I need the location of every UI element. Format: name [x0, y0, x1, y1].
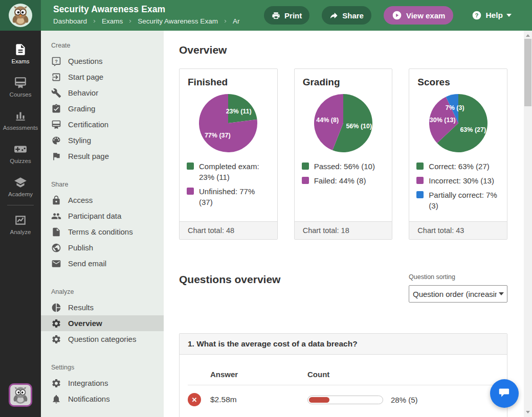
- sidebar-item-label: Notifications: [68, 395, 110, 403]
- sidebar-item-access[interactable]: Access: [41, 192, 164, 208]
- sidebar-item-behavior[interactable]: Behavior: [41, 85, 164, 101]
- sidebar-item-results[interactable]: Results: [41, 299, 164, 315]
- help-icon: ?: [472, 10, 482, 20]
- question-sorting-select[interactable]: Question order (increasing): [409, 285, 507, 303]
- legend-swatch: [416, 163, 424, 170]
- chart-total: Chart total: 48: [180, 221, 277, 239]
- sidebar-item-label: Behavior: [68, 88, 98, 97]
- legend-item: Partially correct: 7% (3): [416, 190, 500, 211]
- main-content: Overview Finished23% (11)77% (37)Complet…: [164, 31, 524, 417]
- svg-text:?: ?: [55, 58, 58, 63]
- sidebar-item-question-categories[interactable]: Question categories: [41, 331, 164, 347]
- legend-item: Passed: 56% (10): [302, 161, 385, 172]
- flag-icon: [51, 151, 61, 161]
- view-exam-button[interactable]: View exam: [384, 6, 453, 25]
- svg-text:63% (27): 63% (27): [460, 126, 486, 133]
- stat-card-finished: Finished23% (11)77% (37)Completed exam: …: [179, 68, 278, 240]
- button-label: View exam: [406, 11, 445, 20]
- questions-overview-title: Questions overview: [179, 273, 280, 303]
- sidebar-item-overview[interactable]: Overview: [41, 315, 164, 331]
- envelope-icon: [51, 259, 61, 269]
- count-label: 28% (5): [391, 396, 418, 404]
- academy-icon: [14, 176, 27, 189]
- chevron-right-icon: [127, 18, 133, 24]
- scrollbar: [524, 31, 532, 417]
- sidebar-item-integrations[interactable]: Integrations: [41, 375, 164, 391]
- globe-icon: [51, 243, 61, 253]
- sidebar-item-courses[interactable]: Courses: [0, 70, 41, 103]
- top-bar: Security Awareness Exam DashboardExamsSe…: [0, 0, 532, 31]
- sidebar-item-label: Terms & conditions: [68, 227, 133, 236]
- legend-swatch: [187, 188, 194, 195]
- pie-chart: 56% (10)44% (8): [302, 93, 384, 154]
- legend-swatch: [302, 163, 309, 170]
- certificate-icon: [51, 120, 61, 130]
- sidebar-item-label: Certification: [68, 120, 108, 129]
- help-button[interactable]: ?Help: [472, 10, 512, 20]
- breadcrumb-item[interactable]: Security Awareness Exam: [138, 17, 218, 25]
- breadcrumb-item[interactable]: Dashboard: [53, 17, 87, 25]
- scroll-down-arrow[interactable]: [524, 409, 532, 416]
- sidebar-item-label: Access: [68, 196, 93, 204]
- chart-legend: Correct: 63% (27)Incorrect: 30% (13)Part…: [409, 154, 507, 211]
- card-title: Scores: [409, 69, 507, 88]
- sidebar-item-analyze[interactable]: Analyze: [0, 207, 41, 241]
- nav-divider: [7, 205, 34, 205]
- start-page-icon: [51, 72, 61, 82]
- sidebar-item-label: Participant data: [68, 212, 121, 220]
- sidebar-item-terms-conditions[interactable]: Terms & conditions: [41, 224, 164, 240]
- legend-label: Partially correct: 7% (3): [429, 190, 500, 211]
- question-table: Answer Count ✕$2.58m28% (5): [180, 355, 507, 417]
- wrench-icon: [51, 88, 61, 98]
- header-actions: PrintShareView exam?Help: [264, 6, 512, 25]
- svg-text:77% (37): 77% (37): [205, 132, 231, 139]
- sidebar-item-questions[interactable]: ?Questions: [41, 53, 164, 69]
- sidebar-item-participant-data[interactable]: Participant data: [41, 208, 164, 224]
- user-avatar[interactable]: [9, 383, 32, 407]
- people-icon: [51, 211, 61, 221]
- sidebar-item-quizzes[interactable]: Quizzes: [0, 136, 41, 170]
- button-label: Print: [284, 11, 302, 20]
- pie-chart: 63% (27)30% (13)7% (3): [417, 93, 499, 154]
- sidebar-item-send-email[interactable]: Send email: [41, 256, 164, 271]
- print-icon: [272, 11, 280, 20]
- sidebar-section-label: Share: [51, 181, 164, 188]
- help-label: Help: [485, 11, 503, 20]
- answer-text: $2.58m: [210, 395, 307, 404]
- question-bubble-icon: ?: [51, 56, 61, 66]
- sidebar-item-result-page[interactable]: Result page: [41, 148, 164, 164]
- stat-card-grading: Grading56% (10)44% (8)Passed: 56% (10)Fa…: [294, 68, 393, 240]
- sidebar-item-exams[interactable]: Exams: [0, 37, 41, 70]
- lock-icon: [51, 195, 61, 205]
- sidebar-item-notifications[interactable]: Notifications: [41, 391, 164, 407]
- count-cell: 28% (5): [307, 396, 499, 404]
- chart-total: Chart total: 43: [409, 221, 507, 239]
- nav-item-label: Assessments: [3, 125, 38, 131]
- legend-label: Passed: 56% (10): [314, 161, 375, 172]
- scrollbar-thumb[interactable]: [524, 39, 531, 106]
- chevron-down-icon: [506, 14, 512, 19]
- legend-swatch: [187, 163, 194, 170]
- left-nav: ExamsCoursesAssessmentsQuizzesAcademyAna…: [0, 31, 41, 417]
- app-logo[interactable]: [0, 0, 41, 31]
- sidebar-item-label: Styling: [68, 136, 91, 145]
- exams-icon: [14, 43, 27, 56]
- share-button[interactable]: Share: [322, 6, 371, 25]
- scroll-up-arrow[interactable]: [524, 32, 532, 39]
- sidebar-item-certification[interactable]: Certification: [41, 117, 164, 132]
- sidebar-item-assessments[interactable]: Assessments: [0, 103, 41, 136]
- legend-label: Incorrect: 30% (13): [429, 175, 494, 186]
- question-sorting: Question sorting Question order (increas…: [409, 273, 507, 303]
- sidebar-item-publish[interactable]: Publish: [41, 240, 164, 256]
- gear-icon: [51, 318, 61, 329]
- sidebar-item-academy[interactable]: Academy: [0, 170, 41, 203]
- palette-icon: [51, 135, 61, 146]
- sidebar-item-grading[interactable]: Grading: [41, 101, 164, 117]
- sidebar-item-start-page[interactable]: Start page: [41, 69, 164, 85]
- print-button[interactable]: Print: [264, 6, 309, 25]
- sidebar-item-styling[interactable]: Styling: [41, 132, 164, 148]
- breadcrumb-item[interactable]: Ar: [233, 17, 240, 25]
- page-header-title: Security Awareness Exam: [53, 4, 239, 15]
- chat-launcher-button[interactable]: [490, 379, 519, 408]
- breadcrumb-item[interactable]: Exams: [102, 17, 123, 25]
